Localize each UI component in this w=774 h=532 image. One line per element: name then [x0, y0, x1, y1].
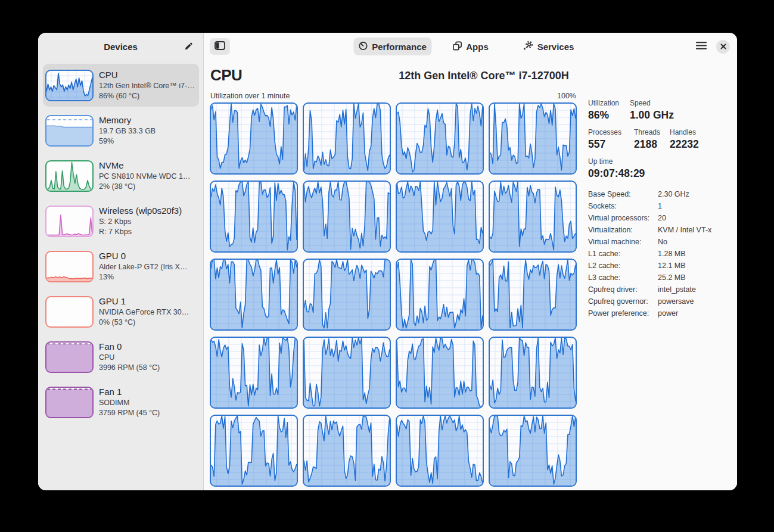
device-item-wireless-wlp0s20f3[interactable]: Wireless (wlp0s20f3) S: 2 Kbps R: 7 Kbps: [43, 200, 199, 242]
detail-value: 1: [658, 200, 730, 212]
stat-label: Speed: [630, 99, 730, 107]
main-panel: Performance Apps: [204, 33, 737, 490]
tab-performance-label: Performance: [372, 42, 427, 52]
device-sub1: NVIDIA GeForce RTX 30…: [99, 307, 189, 318]
device-sub1: S: 2 Kbps: [99, 217, 182, 228]
detail-row-sockets: Sockets:1: [588, 200, 730, 212]
tab-performance[interactable]: Performance: [353, 38, 431, 55]
detail-label: L1 cache:: [588, 248, 658, 260]
tab-apps-label: Apps: [466, 42, 489, 52]
stat-value: 557: [588, 138, 634, 151]
detail-label: Virtualization:: [588, 224, 658, 236]
tab-services[interactable]: Services: [509, 38, 588, 55]
core-graph-17: [303, 415, 391, 487]
device-name: NVMe: [99, 160, 191, 171]
sidebar-toggle-icon: [215, 41, 225, 52]
core-graph-6: [396, 181, 484, 253]
device-thumbnail: [45, 70, 94, 101]
device-name: CPU: [99, 69, 195, 80]
header-right: [695, 40, 730, 54]
detail-row-l1-cache: L1 cache:1.28 MB: [588, 248, 730, 260]
stat-group-2: Up time09:07:48:29: [588, 157, 730, 180]
desktop-background: Devices CPU 12th Gen Intel® Core™ i7-… 8…: [0, 0, 774, 532]
device-thumbnail: [45, 115, 94, 147]
stat-speed: Speed1.00 GHz: [630, 99, 730, 122]
detail-label: Power preference:: [588, 307, 658, 319]
device-sub2: 86% (60 °C): [99, 91, 195, 102]
device-sub2: 3759 RPM (45 °C): [99, 408, 160, 419]
stat-value: 2188: [634, 138, 670, 151]
device-sub2: R: 7 Kbps: [99, 227, 182, 238]
detail-row-l3-cache: L3 cache:25.2 MB: [588, 272, 730, 284]
device-name: Memory: [99, 114, 156, 126]
edit-devices-button[interactable]: [180, 39, 197, 55]
core-graph-7: [489, 181, 577, 253]
stat-label: Up time: [588, 157, 730, 166]
detail-value: powersave: [658, 295, 730, 307]
device-sub1: 19.7 GB 33.3 GB: [99, 126, 156, 137]
close-button[interactable]: [716, 40, 730, 54]
tab-apps[interactable]: Apps: [431, 38, 509, 55]
stat-handles: Handles22232: [670, 128, 730, 151]
stat-processes: Processes557: [588, 128, 634, 151]
core-graph-0: [210, 102, 298, 175]
detail-row-virtual-machine: Virtual machine:No: [588, 236, 730, 248]
core-graph-14: [396, 337, 484, 409]
core-graph-9: [303, 259, 391, 331]
close-icon: [720, 42, 726, 51]
hamburger-icon: [695, 41, 707, 52]
detail-value: No: [658, 236, 730, 248]
detail-value: 20: [658, 212, 730, 224]
menu-button[interactable]: [695, 41, 707, 52]
device-list: CPU 12th Gen Intel® Core™ i7-… 86% (60 °…: [38, 61, 203, 426]
stat-label: Handles: [670, 128, 730, 136]
device-thumbnail: [45, 251, 94, 282]
detail-label: Base Speed:: [588, 188, 658, 200]
stat-value: 22232: [670, 138, 730, 151]
detail-row-cpufreq-driver: Cpufreq driver:intel_pstate: [588, 284, 730, 295]
core-graph-4: [210, 181, 298, 253]
detail-row-virtualization: Virtualization:KVM / Intel VT-x: [588, 224, 730, 236]
sidebar-toggle-button[interactable]: [210, 38, 230, 55]
core-graph-2: [396, 102, 484, 175]
gauge-icon: [358, 41, 368, 52]
detail-row-l2-cache: L2 cache:12.1 MB: [588, 260, 730, 272]
core-graph-13: [303, 337, 391, 409]
stat-threads: Threads2188: [634, 128, 670, 151]
device-item-memory[interactable]: Memory 19.7 GB 33.3 GB 59%: [43, 109, 199, 152]
device-sub1: SODIMM: [99, 398, 160, 409]
core-graph-19: [489, 415, 577, 487]
device-sub2: 0% (53 °C): [99, 318, 189, 328]
device-name: GPU 1: [99, 295, 189, 307]
main-header: Performance Apps: [204, 33, 737, 60]
detail-value: 12.1 MB: [658, 260, 730, 272]
device-item-nvme[interactable]: NVMe PC SN810 NVMe WDC 1… 2% (38 °C): [43, 154, 199, 197]
detail-row-virtual-processors: Virtual processors:20: [588, 212, 730, 224]
core-graph-11: [489, 259, 577, 331]
stat-utilization: Utilization86%: [588, 99, 630, 122]
device-item-fan-0[interactable]: Fan 0 CPU 3996 RPM (58 °C): [43, 335, 199, 378]
device-item-cpu[interactable]: CPU 12th Gen Intel® Core™ i7-… 86% (60 °…: [43, 64, 199, 107]
detail-value: 25.2 MB: [658, 272, 730, 284]
core-graph-12: [210, 337, 298, 409]
sidebar: Devices CPU 12th Gen Intel® Core™ i7-… 8…: [38, 33, 204, 490]
device-name: Fan 0: [99, 341, 160, 352]
device-sub2: 2% (38 °C): [99, 182, 191, 192]
graphs-column: Utilization over 1 minute 100%: [210, 92, 577, 487]
tab-bar: Performance Apps: [353, 33, 588, 60]
app-window: Devices CPU 12th Gen Intel® Core™ i7-… 8…: [38, 33, 737, 490]
device-item-gpu-1[interactable]: GPU 1 NVIDIA GeForce RTX 30… 0% (53 °C): [43, 290, 199, 333]
device-item-gpu-0[interactable]: GPU 0 Alder Lake-P GT2 (Iris X… 13%: [43, 245, 199, 288]
services-gear-icon: [523, 41, 533, 52]
stat-group-1: Processes557Threads2188Handles22232: [588, 128, 730, 151]
apps-icon: [452, 41, 462, 52]
device-name: Wireless (wlp0s20f3): [99, 205, 182, 216]
cores-grid: [210, 102, 577, 487]
detail-label: Cpufreq governor:: [588, 295, 658, 307]
device-item-fan-1[interactable]: Fan 1 SODIMM 3759 RPM (45 °C): [43, 381, 199, 424]
detail-label: Virtual machine:: [588, 236, 658, 248]
core-graph-1: [303, 102, 391, 175]
device-sub1: Alder Lake-P GT2 (Iris X…: [99, 262, 187, 273]
cpu-model-name: 12th Gen Intel® Core™ i7-12700H: [210, 70, 737, 82]
sidebar-header: Devices: [38, 33, 203, 61]
